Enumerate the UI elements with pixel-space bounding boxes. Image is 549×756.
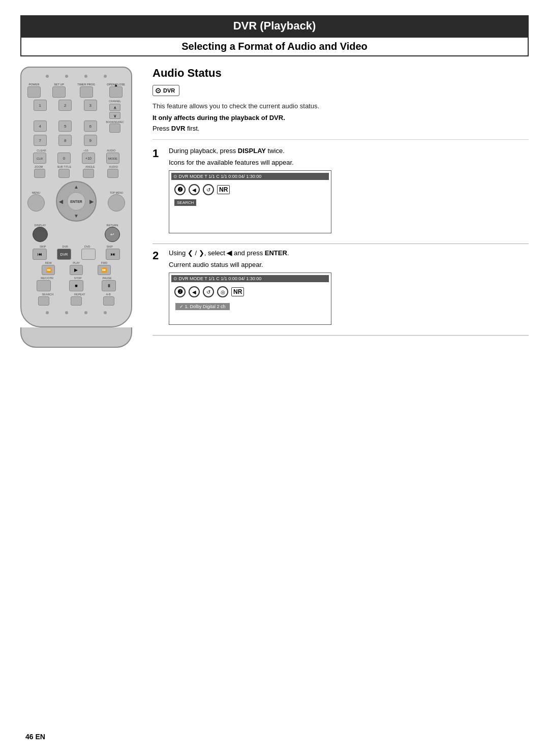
- num-9[interactable]: 9: [84, 135, 97, 146]
- skip-prev-label: SKIP: [40, 245, 46, 248]
- nav-right-arrow[interactable]: ▶: [89, 199, 94, 204]
- remote-top-dots: [27, 73, 125, 80]
- num-0[interactable]: 0: [57, 153, 71, 164]
- remote-control: POWER SET UP TIMER PROG OPEN/CLOSE ▲: [20, 67, 137, 348]
- step-2-number: 2: [152, 249, 164, 328]
- subtitle-label: SUB TITLE: [57, 165, 71, 168]
- channel-up[interactable]: ∧: [109, 104, 120, 111]
- search-label: SEARCH: [42, 293, 53, 296]
- search-label-text: SEARCH: [174, 199, 196, 206]
- icon-nr-2: NR: [231, 287, 244, 296]
- play-button[interactable]: ▶: [70, 265, 83, 275]
- icon-circle-2: ◎: [217, 286, 228, 297]
- plus10-label: +10: [83, 149, 88, 152]
- rew-label: REW: [45, 261, 52, 264]
- remote-bottom-dots: [27, 307, 125, 316]
- description-text: This feature allows you to check the cur…: [152, 102, 529, 110]
- step-2-content: Using ❮ / ❯, select ◀ and press ENTER. C…: [169, 249, 529, 328]
- num-3[interactable]: 3: [84, 100, 97, 111]
- dvr-button[interactable]: DVR: [57, 249, 71, 260]
- divider-1: [152, 244, 529, 244]
- dvr-text: DVR: [163, 87, 175, 94]
- skip-next-button[interactable]: ⏭: [106, 249, 120, 260]
- fwd-button[interactable]: ⏩: [98, 265, 111, 275]
- step-1-text: During playback, press DISPLAY twice.: [169, 147, 529, 155]
- section-title: Audio Status: [152, 67, 529, 80]
- icon-q: ❷: [174, 184, 186, 195]
- search-button[interactable]: [38, 296, 49, 306]
- step-2: 2 Using ❮ / ❯, select ◀ and press ENTER.…: [152, 249, 529, 328]
- right-content: Audio Status ⊙ DVR This feature allows y…: [152, 67, 529, 348]
- nav-up-arrow[interactable]: ▲: [74, 184, 79, 190]
- enter-button[interactable]: ENTER: [67, 192, 85, 210]
- open-close-button[interactable]: ▲: [109, 86, 123, 98]
- plus10-button[interactable]: +10: [82, 153, 95, 164]
- ab-label: A-B: [106, 293, 110, 296]
- repeat-label: REPEAT: [74, 293, 85, 296]
- zoom-button[interactable]: [34, 169, 45, 178]
- rec-otr-button[interactable]: [37, 280, 51, 291]
- dolby-row: ✓ 1. Dolby Digital 2 ch: [171, 299, 329, 312]
- stop-button[interactable]: ■: [69, 280, 83, 291]
- nav-left-arrow[interactable]: ◀: [59, 199, 63, 204]
- setup-button[interactable]: [52, 86, 66, 98]
- icon-speaker-2: ◀: [189, 286, 200, 297]
- clear-button[interactable]: CLR: [33, 153, 46, 164]
- audio-button[interactable]: [107, 169, 118, 178]
- top-menu-button[interactable]: [108, 194, 125, 211]
- header-dvr-title: DVR (Playback): [20, 15, 529, 37]
- audio-label: AUDIO: [109, 165, 118, 168]
- clear-label: CLEAR: [37, 149, 46, 152]
- mode-button[interactable]: MODE: [106, 153, 119, 164]
- screen-top-bar-1: ⊙ DVR MODE T 1/1 C 1/1 0:00:04/ 1:30:00: [171, 173, 329, 180]
- booking-button[interactable]: [109, 124, 120, 133]
- dvd-button[interactable]: [81, 249, 96, 260]
- nav-down-arrow[interactable]: ▼: [74, 213, 79, 219]
- nav-ring: ▲ ▼ ◀ ▶ ENTER: [56, 181, 97, 222]
- screen-mockup-2: ⊙ DVR MODE T 1/1 C 1/1 0:00:04/ 1:30:00 …: [169, 273, 331, 325]
- timer-prog-label: TIMER PROG: [77, 83, 95, 86]
- pause-label: PAUSE: [102, 277, 111, 280]
- num-2[interactable]: 2: [58, 100, 72, 111]
- header-subtitle: Selecting a Format of Audio and Video: [20, 37, 529, 56]
- screen-icons-2: ❷ ◀ ↺ ◎ NR: [171, 284, 329, 299]
- num-4[interactable]: 4: [34, 120, 47, 132]
- screen-inner-1: [171, 208, 329, 231]
- dvr-disc-icon: ⊙: [155, 86, 161, 95]
- zoom-label: ZOOM: [35, 165, 43, 168]
- screen-mockup-1: ⊙ DVR MODE T 1/1 C 1/1 0:00:04/ 1:30:00 …: [169, 170, 331, 233]
- channel-down[interactable]: ∨: [109, 112, 120, 119]
- step-1-number: 1: [152, 147, 164, 236]
- play-label: PLAY: [73, 261, 80, 264]
- menu-button[interactable]: [27, 194, 45, 211]
- skip-prev-button[interactable]: ⏮: [33, 249, 47, 260]
- num-8[interactable]: 8: [58, 135, 72, 146]
- pause-button[interactable]: ⏸: [102, 280, 116, 291]
- ab-button[interactable]: [103, 296, 114, 306]
- screen-inner-2: [171, 312, 329, 322]
- return-button[interactable]: ↩: [105, 227, 120, 242]
- rec-otr-label: REC/OTR: [41, 277, 53, 280]
- power-button[interactable]: [27, 86, 41, 98]
- repeat-button[interactable]: [71, 296, 82, 306]
- display-button[interactable]: [33, 227, 48, 242]
- step-1-content: During playback, press DISPLAY twice. Ic…: [169, 147, 529, 236]
- timer-prog-button[interactable]: [80, 86, 93, 98]
- num-7[interactable]: 7: [34, 135, 47, 146]
- step-2-text: Using ❮ / ❯, select ◀ and press ENTER.: [169, 249, 529, 257]
- step-2-subtext: Current audio status will appear.: [169, 261, 529, 268]
- num-1[interactable]: 1: [34, 100, 47, 111]
- step-1: 1 During playback, press DISPLAY twice. …: [152, 147, 529, 236]
- subtitle-button[interactable]: [58, 169, 70, 178]
- num-5[interactable]: 5: [58, 120, 72, 132]
- dvr-label: DVR: [62, 245, 68, 248]
- setup-label: SET UP: [54, 83, 64, 86]
- power-label: POWER: [29, 83, 40, 86]
- dvr-icon-box: ⊙ DVR: [152, 85, 179, 96]
- divider-2: [152, 335, 529, 336]
- angle-button[interactable]: [83, 169, 94, 178]
- rew-button[interactable]: ⏪: [42, 265, 55, 275]
- angle-label: ANGLE: [85, 165, 95, 168]
- num-6[interactable]: 6: [84, 120, 97, 132]
- mode-label: AUDIO: [107, 149, 115, 152]
